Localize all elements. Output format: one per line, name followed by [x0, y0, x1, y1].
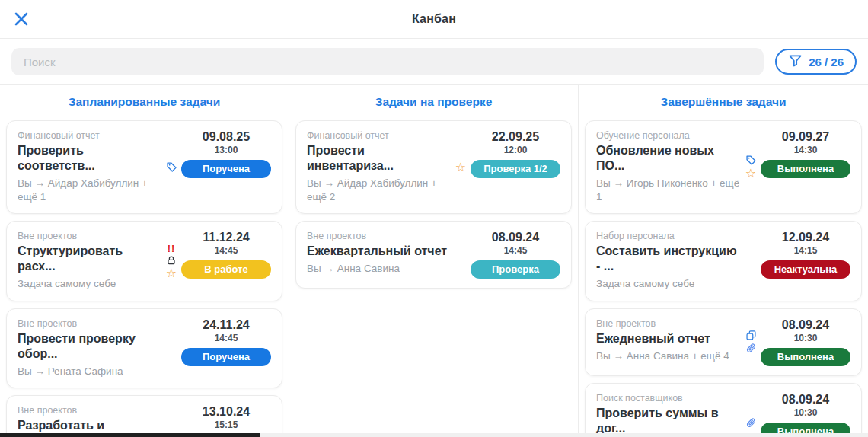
close-icon [12, 19, 30, 30]
project-label: Поиск поставщиков [596, 393, 742, 404]
card-icons [452, 231, 469, 279]
status-badge: Выполнена [761, 160, 850, 178]
card-icons [742, 318, 759, 366]
task-card[interactable]: Финансовый отчет Провести инвентариза...… [295, 120, 572, 214]
due-time: 10:30 [794, 407, 818, 418]
task-card[interactable]: Набор персонала Составить инструкцию - .… [585, 221, 862, 301]
assignee-line: Вы → Игорь Никоненко + ещё 1 [596, 177, 742, 204]
priority-icon: !! [168, 244, 176, 254]
card-text-block: Вне проектов Ежеквартальный отчет Вы → А… [307, 231, 452, 279]
task-title: Составить инструкцию - ... [596, 244, 742, 274]
kanban-column: Задачи на проверке Финансовый отчет Пров… [289, 85, 579, 436]
status-badge: Выполнена [761, 348, 850, 366]
column-title: Запланированные задачи [0, 85, 289, 117]
assignee-line: Вы → Анна Савина [307, 262, 452, 276]
kanban-board: Запланированные задачи Финансовый отчет … [0, 84, 868, 436]
task-card[interactable]: Обучение персонала Обновление новых ПО..… [585, 120, 862, 214]
column-title: Задачи на проверке [289, 85, 578, 117]
due-date: 22.09.25 [492, 130, 539, 144]
card-icons: ☆ [452, 130, 469, 204]
card-text-block: Обучение персонала Обновление новых ПО..… [596, 130, 742, 204]
status-badge: Проверка [471, 260, 560, 279]
card-icons [163, 318, 180, 378]
task-title: Обновление новых ПО... [596, 143, 742, 174]
assignee-line: Задача самому себе [18, 277, 163, 291]
project-label: Вне проектов [307, 231, 452, 241]
due-date: 13.10.24 [203, 405, 250, 419]
due-date: 08.09.24 [782, 318, 829, 332]
column-cards: Финансовый отчет Провести инвентариза...… [289, 117, 578, 292]
assignee-line: Вы → Айдар Хабибуллин + ещё 1 [18, 177, 163, 204]
page-title: Канбан [0, 12, 868, 26]
task-title: Провести проверку обор... [18, 331, 163, 362]
project-label: Обучение персонала [596, 130, 742, 141]
card-icons [163, 405, 180, 437]
task-title: Ежедневный отчет [596, 331, 742, 346]
search-bar: 26 / 26 [0, 39, 868, 84]
due-time: 10:30 [794, 333, 818, 343]
star-icon: ☆ [455, 161, 466, 174]
due-date: 08.09.24 [492, 231, 539, 244]
status-badge: Проверка 1/2 [471, 160, 560, 178]
due-time: 14:45 [215, 245, 238, 256]
card-icons [742, 231, 759, 291]
project-label: Набор персонала [596, 231, 742, 241]
card-meta-block: 22.09.25 12:00 Проверка 1/2 [469, 130, 562, 204]
card-text-block: Финансовый отчет Провести инвентариза...… [307, 130, 452, 204]
tag-icon [166, 161, 177, 173]
card-text-block: Вне проектов Ежедневный отчет Вы → Анна … [596, 318, 742, 366]
card-text-block: Поиск поставщиков Проверить суммы в дог.… [596, 393, 742, 437]
horizontal-scrollbar[interactable] [0, 433, 868, 437]
search-input[interactable] [11, 48, 764, 75]
card-meta-block: 08.09.24 10:30 Выполнена [759, 318, 852, 366]
due-time: 15:15 [215, 419, 238, 430]
card-text-block: Вне проектов Разработать и провести р...… [18, 405, 163, 437]
card-meta-block: 08.09.24 10:30 Выполнена [759, 393, 852, 437]
task-card[interactable]: Вне проектов Провести проверку обор... В… [6, 308, 282, 388]
assignee-line: Вы → Анна Савина + ещё 4 [596, 349, 742, 363]
tag-icon [745, 155, 757, 166]
due-date: 24.11.24 [203, 318, 249, 332]
star-icon: ☆ [745, 167, 756, 180]
assignee-line: Вы → Рената Сафина [18, 365, 163, 378]
status-badge: В работе [181, 260, 271, 279]
filter-count: 26 / 26 [809, 56, 844, 69]
card-icons: ☆ [742, 130, 759, 204]
paperclip-icon [745, 417, 757, 429]
card-meta-block: 11.12.24 14:45 В работе [180, 231, 273, 291]
due-time: 14:45 [504, 245, 528, 256]
task-card[interactable]: Финансовый отчет Проверить соответств...… [6, 120, 282, 214]
project-label: Вне проектов [18, 231, 163, 241]
column-cards: Обучение персонала Обновление новых ПО..… [579, 117, 868, 437]
star-icon: ☆ [166, 267, 177, 279]
lock-icon [166, 255, 177, 266]
due-time: 13:00 [215, 145, 238, 155]
card-meta-block: 12.09.24 14:15 Неактуальна [759, 231, 852, 291]
filter-button[interactable]: 26 / 26 [775, 49, 857, 75]
assignee-line: Задача самому себе [596, 277, 742, 291]
close-button[interactable] [12, 10, 30, 28]
card-text-block: Финансовый отчет Проверить соответств...… [18, 130, 163, 204]
due-date: 09.08.25 [203, 130, 250, 144]
task-card[interactable]: Вне проектов Ежеквартальный отчет Вы → А… [295, 221, 572, 289]
card-meta-block: 09.09.27 14:30 Выполнена [759, 130, 852, 204]
column-cards: Финансовый отчет Проверить соответств...… [0, 117, 289, 437]
task-card[interactable]: Поиск поставщиков Проверить суммы в дог.… [585, 383, 862, 437]
due-time: 14:45 [215, 333, 238, 343]
due-time: 12:00 [504, 145, 528, 155]
card-meta-block: 24.11.24 14:45 Поручена [180, 318, 273, 378]
task-title: Проверить соответств... [18, 143, 163, 174]
filter-funnel-icon [788, 53, 803, 70]
scrollbar-thumb[interactable] [0, 433, 260, 437]
task-card[interactable]: Вне проектов Ежедневный отчет Вы → Анна … [585, 308, 862, 376]
kanban-column: Завершённые задачи Обучение персонала Об… [579, 85, 868, 436]
due-time: 14:15 [794, 245, 818, 256]
copy-icon [745, 330, 757, 341]
task-card[interactable]: Вне проектов Разработать и провести р...… [6, 395, 282, 437]
task-card[interactable]: Вне проектов Структурировать расх... Зад… [6, 221, 282, 301]
card-meta-block: 09.08.25 13:00 Поручена [180, 130, 273, 204]
project-label: Вне проектов [18, 405, 163, 416]
card-icons [163, 130, 180, 204]
task-title: Проверить суммы в дог... [596, 406, 742, 436]
status-badge: Неактуальна [761, 260, 850, 279]
